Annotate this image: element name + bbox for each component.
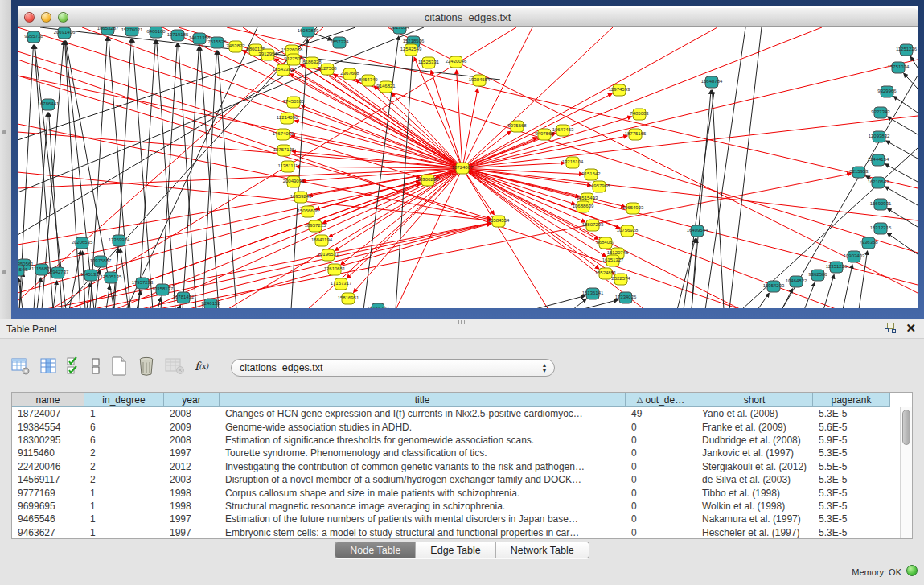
table-cell[interactable]: 5.3E-5 xyxy=(813,501,890,512)
tab-network-table[interactable]: Network Table xyxy=(496,542,589,558)
table-cell[interactable]: 0 xyxy=(626,488,696,499)
float-panel-icon[interactable] xyxy=(885,323,896,333)
table-cell[interactable]: Wolkin et al. (1998) xyxy=(696,501,813,512)
table-cell[interactable]: Estimation of the future numbers of pati… xyxy=(220,513,626,525)
table-cell[interactable]: 1 xyxy=(84,408,164,419)
table-cell[interactable]: 5.3E-5 xyxy=(813,527,890,538)
table-cell[interactable]: 2 xyxy=(84,461,164,472)
table-mode-icon[interactable] xyxy=(11,356,31,377)
table-cell[interactable]: 1998 xyxy=(164,501,220,512)
table-cell[interactable]: Disruption of a novel member of a sodium… xyxy=(220,474,626,485)
table-cell[interactable]: 0 xyxy=(626,422,696,433)
memory-status-indicator[interactable] xyxy=(906,565,918,576)
network-canvas[interactable]: 9355718206914061065328715276021646616010… xyxy=(18,27,918,308)
column-header-in_degree[interactable]: in_degree xyxy=(84,393,164,407)
show-columns-icon[interactable] xyxy=(40,356,57,377)
table-cell[interactable]: 1997 xyxy=(164,527,220,538)
graph-canvas-wrap[interactable]: 9355718206914061065328715276021646616010… xyxy=(18,27,918,308)
table-row[interactable]: 1938455462009Genome-wide association stu… xyxy=(12,420,912,433)
function-builder-icon[interactable]: f(x) xyxy=(195,356,208,377)
table-cell[interactable]: Structural magnetic resonance image aver… xyxy=(220,501,626,512)
table-cell[interactable]: 2 xyxy=(84,447,164,459)
table-cell[interactable]: 5.3E-5 xyxy=(813,513,890,525)
table-cell[interactable]: 1998 xyxy=(164,488,220,499)
table-cell[interactable]: 1997 xyxy=(164,513,220,525)
table-cell[interactable]: 0 xyxy=(626,435,696,446)
table-row[interactable]: 1456911722003Disruption of a novel membe… xyxy=(12,473,912,486)
table-cell[interactable]: 5.9E-5 xyxy=(813,435,890,446)
table-cell[interactable]: Jankovic et al. (1997) xyxy=(696,447,813,459)
table-cell[interactable]: 6 xyxy=(84,435,164,446)
table-cell[interactable]: 49 xyxy=(626,408,696,419)
tab-node-table[interactable]: Node Table xyxy=(335,542,416,558)
table-cell[interactable]: 0 xyxy=(626,527,696,538)
table-cell[interactable]: Corpus callosum shape and size in male p… xyxy=(220,488,626,499)
table-cell[interactable]: Embryonic stem cells: a model to study s… xyxy=(220,527,626,538)
table-cell[interactable]: Genome-wide association studies in ADHD. xyxy=(220,422,626,433)
table-row[interactable]: 946362711997Embryonic stem cells: a mode… xyxy=(12,526,912,539)
table-cell[interactable]: 0 xyxy=(626,461,696,472)
table-row[interactable]: 911546021997Tourette syndrome. Phenomeno… xyxy=(12,447,912,459)
table-cell[interactable]: Hescheler et al. (1997) xyxy=(696,527,813,538)
table-cell[interactable]: 2008 xyxy=(164,408,220,419)
table-row[interactable]: 977716911998Corpus callosum shape and si… xyxy=(12,486,912,499)
table-cell[interactable]: 0 xyxy=(626,501,696,512)
table-cell[interactable]: 1 xyxy=(84,527,164,538)
network-window-titlebar[interactable]: citations_edges.txt xyxy=(18,8,918,27)
table-row[interactable]: 969969511998Structural magnetic resonanc… xyxy=(12,500,912,513)
table-cell[interactable]: 9465546 xyxy=(12,513,84,525)
table-cell[interactable]: 18724007 xyxy=(12,408,84,419)
table-row[interactable]: 2242004622012Investigating the contribut… xyxy=(12,460,912,473)
table-cell[interactable]: 5.3E-5 xyxy=(813,474,890,485)
table-cell[interactable]: 19384554 xyxy=(12,422,84,433)
table-cell[interactable]: Changes of HCN gene expression and I(f) … xyxy=(220,408,626,419)
column-header-short[interactable]: short xyxy=(696,393,813,407)
row-selection-icon[interactable] xyxy=(67,356,81,377)
vertical-scrollbar[interactable] xyxy=(900,407,912,538)
table-cell[interactable]: Estimation of significance thresholds fo… xyxy=(220,435,626,446)
column-header-title[interactable]: title xyxy=(220,393,626,407)
column-header-name[interactable]: name xyxy=(12,393,84,407)
table-cell[interactable]: Franke et al. (2009) xyxy=(696,422,813,433)
table-cell[interactable]: 9463627 xyxy=(12,527,84,538)
table-cell[interactable]: 1997 xyxy=(164,447,220,459)
table-cell[interactable]: 18300295 xyxy=(12,435,84,446)
table-cell[interactable]: 5.6E-5 xyxy=(813,422,890,433)
create-column-icon[interactable] xyxy=(110,356,128,377)
table-cell[interactable]: 1 xyxy=(84,488,164,499)
column-header-out_de[interactable]: △out_de… xyxy=(626,393,696,407)
close-panel-icon[interactable]: ✕ xyxy=(906,323,916,333)
table-cell[interactable]: 0 xyxy=(626,513,696,525)
table-cell[interactable]: Stergiakouli et al. (2012) xyxy=(696,461,813,472)
table-cell[interactable]: Dudbridge et al. (2008) xyxy=(696,435,813,446)
table-cell[interactable]: 0 xyxy=(626,447,696,459)
table-cell[interactable]: 9777169 xyxy=(12,488,84,499)
table-row[interactable]: 1872400712008Changes of HCN gene express… xyxy=(12,407,912,420)
table-cell[interactable]: 2008 xyxy=(164,435,220,446)
table-row[interactable]: 1830029562008Estimation of significance … xyxy=(12,434,912,447)
table-cell[interactable]: 5.3E-5 xyxy=(813,447,890,459)
table-cell[interactable]: 5.3E-5 xyxy=(813,408,890,419)
table-cell[interactable]: 22420046 xyxy=(12,461,84,472)
table-cell[interactable]: 2009 xyxy=(164,422,220,433)
column-header-year[interactable]: year xyxy=(164,393,220,407)
table-cell[interactable]: 6 xyxy=(84,422,164,433)
column-header-pagerank[interactable]: pagerank xyxy=(813,393,890,407)
table-cell[interactable]: 9699695 xyxy=(12,501,84,512)
table-cell[interactable]: 5.3E-5 xyxy=(813,488,890,499)
table-cell[interactable]: 1 xyxy=(84,501,164,512)
table-cell[interactable]: de Silva et al. (2003) xyxy=(696,474,813,485)
table-cell[interactable]: Tibbo et al. (1998) xyxy=(696,488,813,499)
table-cell[interactable]: Yano et al. (2008) xyxy=(696,408,813,419)
tab-edge-table[interactable]: Edge Table xyxy=(416,542,495,558)
table-selector-dropdown[interactable]: citations_edges.txt ▴▾ xyxy=(231,359,555,377)
table-cell[interactable]: 5.5E-5 xyxy=(813,461,890,472)
splitter-handle[interactable] xyxy=(458,320,465,324)
delete-columns-icon[interactable] xyxy=(138,356,155,377)
table-cell[interactable]: Tourette syndrome. Phenomenology and cla… xyxy=(220,447,626,459)
table-cell[interactable]: 0 xyxy=(626,474,696,485)
table-cell[interactable]: 9115460 xyxy=(12,447,84,459)
table-cell[interactable]: 2 xyxy=(84,474,164,485)
table-cell[interactable]: 2003 xyxy=(164,474,220,485)
table-cell[interactable]: 1 xyxy=(84,513,164,525)
